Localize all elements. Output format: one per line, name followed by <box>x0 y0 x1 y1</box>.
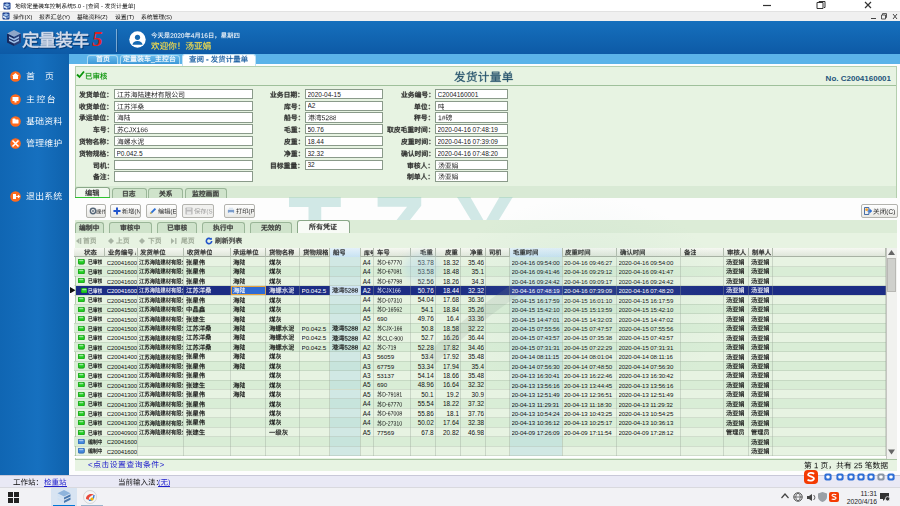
svg-text:5: 5 <box>92 28 103 50</box>
